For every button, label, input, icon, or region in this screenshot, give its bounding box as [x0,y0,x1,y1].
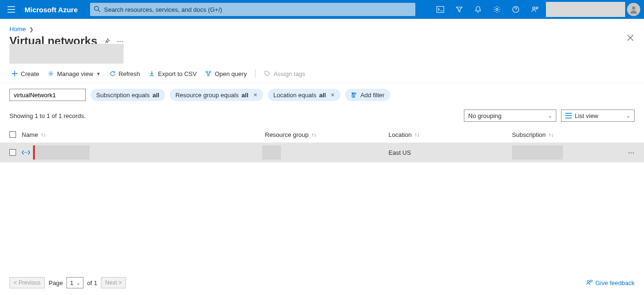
view-mode-dropdown[interactable]: List view ⌄ [561,110,635,122]
svg-point-11 [25,152,25,153]
rg-filter-value: all [241,92,248,99]
svg-rect-2 [437,7,444,13]
list-icon [565,113,572,118]
subscription-filter-prefix: Subscription equals [96,92,149,99]
global-search-input[interactable] [90,3,415,16]
close-icon [627,34,634,41]
hamburger-menu[interactable] [0,0,23,19]
add-filter-icon [351,92,357,98]
sort-icon: ↑↓ [41,132,46,137]
toolbar-divider [255,69,256,78]
svg-point-9 [209,71,211,73]
cloud-shell-icon [437,6,444,13]
open-query-button[interactable]: Open query [205,70,247,77]
remove-location-filter[interactable]: ✕ [329,92,335,98]
pin-icon [104,38,110,44]
cloud-shell-button[interactable] [431,0,450,19]
open-query-label: Open query [215,70,247,77]
subscription-filter-value: all [152,92,159,99]
assign-tags-button: Assign tags [264,70,305,77]
refresh-button[interactable]: Refresh [109,70,140,77]
add-filter-label: Add filter [360,92,384,99]
row-checkbox[interactable] [9,149,16,156]
row-location: East US [388,149,411,156]
location-filter-prefix: Location equals [273,92,316,99]
download-icon [149,70,155,77]
svg-line-1 [98,10,100,12]
manage-view-label: Manage view [57,70,93,77]
tag-icon [264,70,271,77]
chevron-down-icon: ⌄ [626,113,630,119]
add-filter-button[interactable]: Add filter [345,89,390,101]
person-feedback-icon [531,6,538,13]
manage-view-button[interactable]: Manage view ▼ [48,70,101,77]
svg-point-10 [208,75,210,76]
subscription-filter-pill[interactable]: Subscription equals all [91,89,165,101]
record-summary: Showing 1 to 1 of 1 records. [9,112,86,119]
plus-icon [11,70,18,77]
row-name-redacted [35,145,90,160]
row-sub-redacted [512,145,563,160]
help-button[interactable] [506,0,525,19]
account-info[interactable] [546,2,625,17]
export-csv-label: Export to CSV [158,70,197,77]
column-location[interactable]: Location↑↓ [388,131,512,138]
svg-point-5 [533,7,535,9]
svg-point-3 [496,8,498,10]
resource-group-filter-pill[interactable]: Resource group equals all ✕ [170,89,263,101]
grouping-value: No grouping [468,112,502,119]
search-icon [94,6,100,12]
grouping-dropdown[interactable]: No grouping ⌄ [464,110,556,122]
svg-point-7 [50,73,52,75]
svg-point-0 [94,6,99,10]
close-blade-button[interactable] [627,34,634,41]
assign-tags-label: Assign tags [273,70,305,77]
bell-icon [474,6,482,13]
query-icon [205,70,212,77]
row-rg-redacted [262,145,281,160]
column-subscription[interactable]: Subscription↑↓ [512,131,620,138]
table-row[interactable]: East US ··· [0,143,644,162]
chevron-down-icon: ▼ [96,71,101,76]
select-all-checkbox[interactable] [9,131,16,138]
brand-title[interactable]: Microsoft Azure [23,6,84,14]
virtual-network-icon [22,150,30,155]
filter-icon [455,6,463,13]
create-label: Create [21,70,39,77]
chevron-right-icon: ❯ [27,26,35,32]
gear-icon [48,70,54,77]
sort-icon: ↑↓ [312,132,317,137]
settings-button[interactable] [487,0,506,19]
location-filter-pill[interactable]: Location equals all ✕ [268,89,341,101]
rg-filter-prefix: Resource group equals [175,92,239,99]
sort-icon: ↑↓ [549,132,554,137]
refresh-icon [109,70,116,77]
directory-filter-button[interactable] [450,0,469,19]
view-mode-value: List view [575,112,598,119]
scope-subtitle [9,44,124,64]
export-csv-button[interactable]: Export to CSV [149,70,197,77]
column-name[interactable]: Name↑↓ [22,131,265,138]
breadcrumb-home[interactable]: Home [9,25,26,33]
name-filter-input[interactable] [9,89,86,101]
notifications-button[interactable] [469,0,487,19]
row-more-button[interactable]: ··· [628,149,635,156]
table-header: Name↑↓ Resource group↑↓ Location↑↓ Subsc… [0,126,644,143]
help-icon [512,6,520,13]
feedback-button[interactable] [525,0,544,19]
account-avatar[interactable] [627,3,640,16]
remove-rg-filter[interactable]: ✕ [251,92,257,98]
svg-point-6 [632,7,636,10]
breadcrumb: Home ❯ [0,19,644,34]
create-button[interactable]: Create [11,70,39,77]
refresh-label: Refresh [119,70,140,77]
avatar-icon [629,5,638,14]
chevron-down-icon: ⌄ [548,113,552,119]
sort-icon: ↑↓ [414,132,420,137]
svg-point-12 [26,152,27,153]
location-filter-value: all [319,92,326,99]
hamburger-icon [8,6,15,13]
gear-icon [493,6,501,13]
svg-point-8 [206,71,208,73]
column-resource-group[interactable]: Resource group↑↓ [265,131,388,138]
